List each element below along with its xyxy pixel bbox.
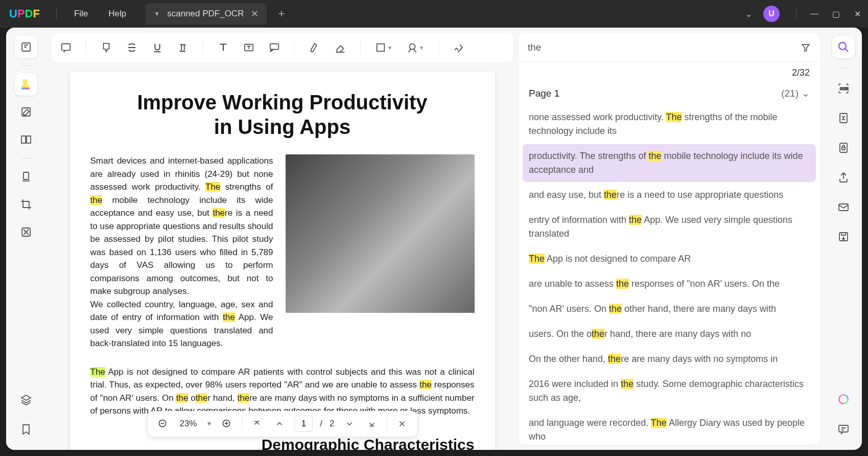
- edit-tool[interactable]: [15, 101, 37, 123]
- text-tool[interactable]: [218, 42, 229, 53]
- comment-note-tool[interactable]: [60, 42, 72, 53]
- divider: [21, 158, 31, 158]
- page-input[interactable]: [294, 416, 313, 432]
- divider: [21, 65, 31, 66]
- search-page-label: Page 1: [529, 88, 559, 99]
- nav-close-button[interactable]: [394, 416, 410, 431]
- search-result[interactable]: users. On the other hand, there are many…: [523, 322, 816, 346]
- prev-page-button[interactable]: [272, 416, 287, 431]
- tab-title: scanned PDF_OCR: [167, 9, 244, 19]
- search-input[interactable]: [528, 42, 801, 53]
- zoom-level: 23%: [177, 419, 199, 429]
- search-result[interactable]: "non AR' users. On the other hand, there…: [523, 297, 816, 321]
- menu-file[interactable]: File: [64, 9, 98, 19]
- divider: [56, 8, 57, 19]
- svg-point-12: [409, 44, 415, 50]
- comment-tool[interactable]: [15, 73, 37, 96]
- last-page-button[interactable]: [364, 416, 380, 431]
- search-result[interactable]: none assessed work productivity. The str…: [523, 105, 816, 143]
- tab-close-icon[interactable]: ✕: [251, 8, 259, 19]
- divider: [796, 8, 796, 19]
- svg-rect-19: [842, 147, 845, 150]
- search-page-count: (21): [781, 88, 799, 99]
- page-tool[interactable]: [15, 128, 37, 151]
- svg-rect-18: [840, 143, 847, 152]
- document-tab[interactable]: ▼ scanned PDF_OCR ✕: [146, 3, 267, 25]
- feedback-button[interactable]: [832, 418, 855, 441]
- tab-dropdown-icon[interactable]: ▼: [154, 10, 160, 17]
- doc-paragraph-2: The App is not designed to compare AR pa…: [90, 366, 475, 418]
- svg-rect-4: [21, 136, 26, 143]
- ai-assistant-button[interactable]: [832, 389, 855, 411]
- svg-text:OCR: OCR: [840, 86, 849, 91]
- close-button[interactable]: ✕: [847, 6, 868, 22]
- page-total: 2: [330, 419, 334, 429]
- svg-rect-20: [839, 204, 848, 211]
- zoom-out-button[interactable]: [155, 416, 170, 431]
- search-result[interactable]: The App is not designed to compare AR: [523, 247, 816, 271]
- shape-tool[interactable]: ▼: [375, 42, 392, 53]
- user-avatar[interactable]: U: [763, 6, 780, 22]
- reader-tool[interactable]: [15, 36, 37, 58]
- underline-tool[interactable]: [152, 42, 163, 53]
- svg-rect-22: [839, 425, 848, 432]
- bookmark-icon[interactable]: [15, 418, 37, 441]
- tools-tool[interactable]: [15, 166, 37, 188]
- divider: [203, 41, 203, 54]
- search-result[interactable]: productivity. The strengths of the mobil…: [523, 144, 816, 182]
- first-page-button[interactable]: [249, 416, 265, 431]
- search-result[interactable]: On the other hand, there are many days w…: [523, 347, 816, 371]
- convert-button[interactable]: [832, 107, 855, 129]
- maximize-button[interactable]: ▢: [825, 6, 847, 22]
- zoom-dropdown-icon[interactable]: ▼: [206, 420, 212, 427]
- stamp-tool[interactable]: ▼: [407, 42, 424, 53]
- search-button[interactable]: [832, 36, 855, 58]
- svg-rect-2: [21, 88, 26, 89]
- window-caret-icon[interactable]: ⌄: [745, 9, 752, 19]
- pencil-tool[interactable]: [309, 42, 320, 53]
- svg-rect-6: [24, 172, 29, 179]
- divider: [387, 417, 387, 430]
- highlight-tool[interactable]: [101, 42, 112, 53]
- page-nav-bar: 23% ▼ / 2: [148, 411, 416, 437]
- share-button[interactable]: [832, 166, 855, 189]
- divider: [242, 417, 242, 430]
- callout-tool[interactable]: [269, 42, 280, 53]
- minimize-button[interactable]: —: [804, 6, 825, 22]
- svg-rect-10: [270, 44, 279, 50]
- search-result[interactable]: entry of information with the App. We us…: [523, 208, 816, 246]
- divider: [360, 41, 361, 54]
- save-button[interactable]: [832, 225, 855, 248]
- signature-tool[interactable]: [453, 42, 464, 53]
- next-page-button[interactable]: [342, 416, 357, 431]
- divider: [438, 41, 439, 54]
- strikethrough-tool[interactable]: [126, 42, 137, 53]
- protect-button[interactable]: [832, 136, 855, 159]
- crop-tool[interactable]: [15, 193, 37, 216]
- doc-title: Improve Working Productivityin Using App…: [90, 90, 475, 139]
- svg-rect-5: [27, 136, 31, 143]
- svg-rect-11: [377, 44, 385, 52]
- search-result[interactable]: are unable to assess the responses of "n…: [523, 272, 816, 296]
- search-result[interactable]: and easy use, but there is a need to use…: [523, 183, 816, 207]
- email-button[interactable]: [832, 196, 855, 218]
- zoom-in-button[interactable]: [219, 416, 234, 431]
- divider: [838, 67, 849, 68]
- new-tab-button[interactable]: +: [278, 7, 285, 20]
- squiggly-tool[interactable]: [177, 42, 189, 53]
- filter-icon[interactable]: [801, 42, 811, 53]
- doc-paragraph: Smart devices and internet-based applica…: [90, 154, 273, 350]
- page-separator: /: [320, 419, 322, 429]
- eraser-tool[interactable]: [335, 42, 346, 53]
- ocr-button[interactable]: OCR: [832, 77, 855, 100]
- search-page-header[interactable]: Page 1 (21) ⌄: [519, 83, 820, 105]
- search-result[interactable]: and language were recorded. The Allergy …: [523, 411, 816, 445]
- doc-subheading: Demographic Characteristics: [90, 436, 475, 450]
- redact-tool[interactable]: [15, 221, 37, 243]
- layers-icon[interactable]: [15, 389, 37, 411]
- search-result[interactable]: 2016 were included in the study. Some de…: [523, 372, 816, 410]
- doc-image: [286, 154, 475, 313]
- textbox-tool[interactable]: [243, 42, 254, 53]
- menu-help[interactable]: Help: [98, 9, 136, 19]
- search-count: 2/32: [519, 62, 820, 83]
